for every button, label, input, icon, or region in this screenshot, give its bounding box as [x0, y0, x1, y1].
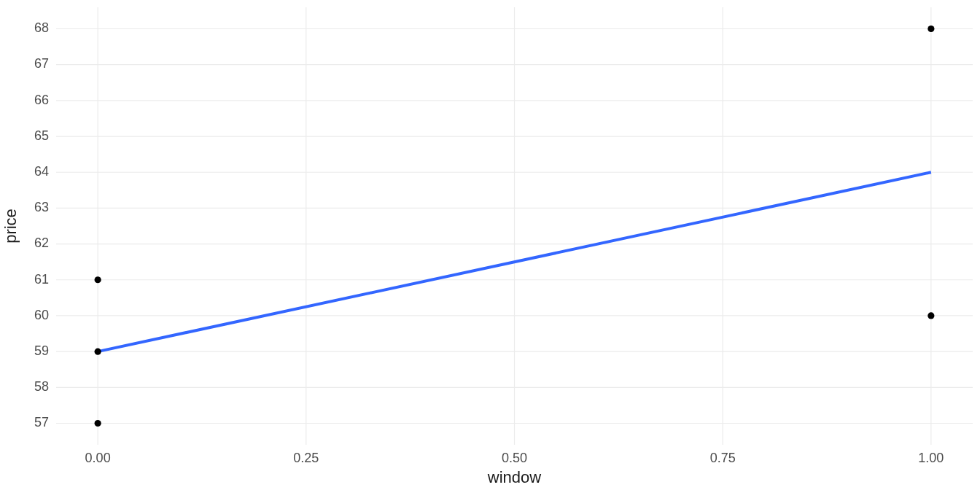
y-tick-label: 65 — [34, 128, 49, 143]
y-tick-label: 66 — [34, 93, 49, 107]
data-point — [95, 420, 101, 427]
y-tick-label: 60 — [34, 308, 49, 322]
y-tick-label: 67 — [34, 56, 49, 71]
x-axis-ticks: 0.000.250.500.751.00 — [85, 451, 944, 465]
data-point — [928, 26, 934, 32]
x-tick-label: 0.75 — [710, 451, 736, 465]
chart-container: 5758596061626364656667680.000.250.500.75… — [0, 0, 980, 490]
y-tick-label: 58 — [34, 379, 49, 394]
data-point — [928, 312, 934, 319]
y-tick-label: 57 — [34, 415, 49, 429]
y-tick-label: 64 — [34, 164, 49, 179]
y-tick-label: 62 — [34, 236, 49, 250]
data-point — [95, 276, 101, 283]
data-point — [95, 349, 101, 355]
y-axis-ticks: 575859606162636465666768 — [34, 20, 49, 429]
x-axis-title: window — [487, 468, 541, 486]
x-tick-label: 0.00 — [85, 451, 111, 465]
chart-svg: 5758596061626364656667680.000.250.500.75… — [0, 0, 980, 490]
y-tick-label: 61 — [34, 272, 49, 287]
x-tick-label: 1.00 — [918, 451, 944, 465]
y-tick-label: 63 — [34, 200, 49, 214]
y-tick-label: 59 — [34, 343, 49, 358]
y-axis-title: price — [1, 209, 20, 244]
y-tick-label: 68 — [34, 20, 49, 35]
x-tick-label: 0.50 — [502, 451, 527, 465]
x-tick-label: 0.25 — [293, 451, 319, 465]
